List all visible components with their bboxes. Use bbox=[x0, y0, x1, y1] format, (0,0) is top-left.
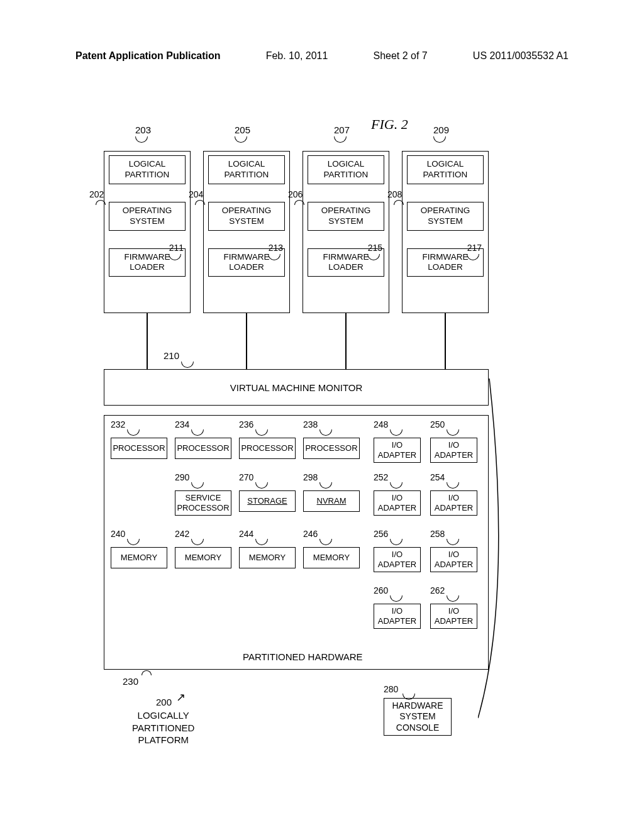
io-adapter-cell: I/O ADAPTER bbox=[430, 438, 477, 463]
figure-title: FIG. 2 bbox=[371, 116, 408, 133]
memory-cell: MEMORY bbox=[175, 547, 231, 568]
memory-cell: MEMORY bbox=[303, 547, 360, 568]
ref-label: 205 bbox=[235, 124, 250, 135]
partition-col: 209 LOGICAL PARTITION 208 OPERATING SYST… bbox=[402, 151, 489, 313]
vmm-box: VIRTUAL MACHINE MONITOR bbox=[104, 369, 489, 406]
connector bbox=[445, 313, 446, 369]
partition-col: 207 LOGICAL PARTITION 206 OPERATING SYST… bbox=[303, 151, 389, 313]
ref-label: 207 bbox=[334, 124, 350, 135]
service-processor-cell: SERVICE PROCESSOR bbox=[175, 490, 231, 516]
connector bbox=[345, 313, 347, 369]
header-pubno: US 2011/0035532 A1 bbox=[473, 50, 569, 62]
os-cell: OPERATING SYSTEM bbox=[109, 202, 186, 231]
lpp-label: LOGICALLY PARTITIONED PLATFORM bbox=[132, 709, 194, 746]
processor-cell: PROCESSOR bbox=[239, 438, 296, 459]
fw-cell: FIRMWARE LOADER bbox=[109, 248, 186, 277]
ref-label: 280 bbox=[384, 684, 398, 694]
ref-label: 203 bbox=[135, 124, 151, 135]
ref-label: 262 bbox=[430, 585, 445, 595]
os-cell: OPERATING SYSTEM bbox=[308, 202, 384, 231]
partitions-row: 203 LOGICAL PARTITION 202 OPERATING SYST… bbox=[104, 151, 489, 313]
partition-box: LOGICAL PARTITION 208 OPERATING SYSTEM 2… bbox=[402, 151, 489, 313]
ref-label: 290 bbox=[175, 472, 189, 482]
partition-col: 205 LOGICAL PARTITION 204 OPERATING SYST… bbox=[203, 151, 290, 313]
ref-label: 200 bbox=[156, 697, 172, 707]
connector-curve bbox=[478, 379, 503, 721]
partition-box: LOGICAL PARTITION 204 OPERATING SYSTEM 2… bbox=[203, 151, 290, 313]
connector bbox=[246, 313, 247, 369]
ref-label: 238 bbox=[303, 419, 318, 429]
page-header: Patent Application Publication Feb. 10, … bbox=[0, 0, 644, 62]
ref-label: 270 bbox=[239, 472, 253, 482]
ref-label: 248 bbox=[374, 419, 388, 429]
ref-label: 246 bbox=[303, 529, 318, 539]
header-pub: Patent Application Publication bbox=[75, 50, 221, 62]
ref-label: 202 bbox=[89, 189, 104, 199]
memory-cell: MEMORY bbox=[239, 547, 296, 568]
fw-cell: FIRMWARE LOADER bbox=[407, 248, 484, 277]
logical-partition-cell: LOGICAL PARTITION bbox=[407, 155, 484, 184]
ref-label: 256 bbox=[374, 529, 388, 539]
ref-label: 204 bbox=[189, 189, 203, 199]
io-adapter-cell: I/O ADAPTER bbox=[374, 547, 421, 572]
ref-label: 232 bbox=[111, 419, 125, 429]
io-adapter-cell: I/O ADAPTER bbox=[430, 490, 477, 516]
ref-label: 206 bbox=[288, 189, 303, 199]
nvram-cell: NVRAM bbox=[303, 490, 360, 512]
ref-label: 234 bbox=[175, 419, 189, 429]
ref-label: 244 bbox=[239, 529, 253, 539]
ref-label: 208 bbox=[387, 189, 402, 199]
logical-partition-cell: LOGICAL PARTITION bbox=[208, 155, 285, 184]
partitioned-hardware-box: 232 PROCESSOR 234 PROCESSOR 236 PROCESSO… bbox=[104, 415, 489, 670]
io-adapter-cell: I/O ADAPTER bbox=[374, 438, 421, 463]
ref-label: 236 bbox=[239, 419, 253, 429]
io-adapter-cell: I/O ADAPTER bbox=[430, 604, 477, 629]
ref-label: 242 bbox=[175, 529, 189, 539]
os-cell: OPERATING SYSTEM bbox=[407, 202, 484, 231]
ref-label: 260 bbox=[374, 585, 388, 595]
ref-label: 209 bbox=[433, 124, 449, 135]
arrow-icon: ↗ bbox=[176, 690, 186, 704]
ref-label: 230 bbox=[123, 676, 138, 687]
hardware-system-console: HARDWARE SYSTEM CONSOLE bbox=[384, 698, 452, 736]
partition-col: 203 LOGICAL PARTITION 202 OPERATING SYST… bbox=[104, 151, 191, 313]
processor-cell: PROCESSOR bbox=[111, 438, 167, 459]
io-adapter-cell: I/O ADAPTER bbox=[374, 604, 421, 629]
phw-label: PARTITIONED HARDWARE bbox=[243, 651, 363, 662]
ref-label: 252 bbox=[374, 472, 388, 482]
header-sheet: Sheet 2 of 7 bbox=[373, 50, 427, 62]
storage-cell: STORAGE bbox=[239, 490, 296, 512]
logical-partition-cell: LOGICAL PARTITION bbox=[308, 155, 384, 184]
ref-label: 254 bbox=[430, 472, 445, 482]
ref-label: 250 bbox=[430, 419, 445, 429]
partition-box: LOGICAL PARTITION 202 OPERATING SYSTEM 2… bbox=[104, 151, 191, 313]
connector bbox=[147, 313, 148, 369]
memory-cell: MEMORY bbox=[111, 547, 167, 568]
ref-label: 258 bbox=[430, 529, 445, 539]
ref-label: 210 bbox=[164, 350, 179, 361]
ref-label: 240 bbox=[111, 529, 125, 539]
io-adapter-cell: I/O ADAPTER bbox=[430, 547, 477, 572]
processor-cell: PROCESSOR bbox=[303, 438, 360, 459]
ref-label: 298 bbox=[303, 472, 318, 482]
io-adapter-cell: I/O ADAPTER bbox=[374, 490, 421, 516]
partition-box: LOGICAL PARTITION 206 OPERATING SYSTEM 2… bbox=[303, 151, 389, 313]
header-date: Feb. 10, 2011 bbox=[266, 50, 328, 62]
logical-partition-cell: LOGICAL PARTITION bbox=[109, 155, 186, 184]
fw-cell: FIRMWARE LOADER bbox=[308, 248, 384, 277]
processor-cell: PROCESSOR bbox=[175, 438, 231, 459]
os-cell: OPERATING SYSTEM bbox=[208, 202, 285, 231]
fw-cell: FIRMWARE LOADER bbox=[208, 248, 285, 277]
